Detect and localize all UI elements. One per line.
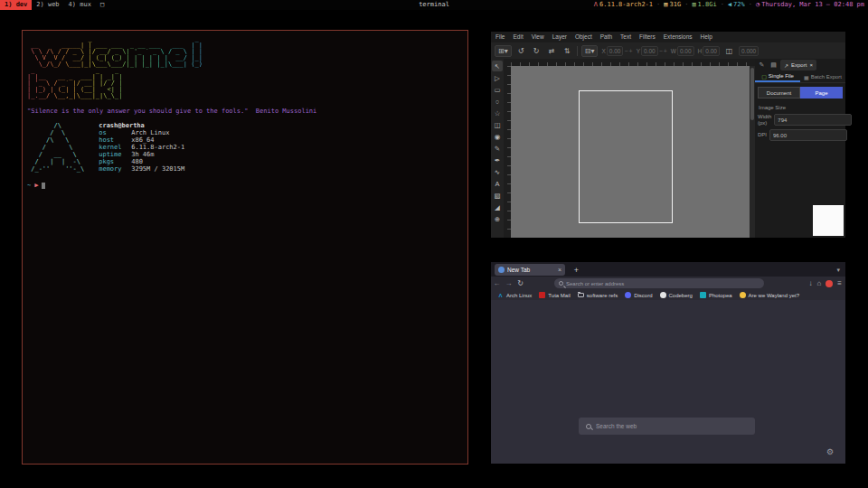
calligraphy-tool-icon[interactable]: ∿ <box>492 166 503 177</box>
menu-view[interactable]: View <box>532 32 544 42</box>
page-button[interactable]: Page <box>800 87 843 99</box>
url-input[interactable] <box>566 281 760 286</box>
web-search-box[interactable] <box>579 418 755 435</box>
vertical-ruler <box>504 66 511 238</box>
menu-file[interactable]: File <box>495 32 505 42</box>
export-tab-icon: ↗ <box>784 62 788 69</box>
batch-export-icon: ▦ <box>804 74 809 80</box>
ellipse-tool-icon[interactable]: ○ <box>492 96 503 107</box>
menu-extensions[interactable]: Extensions <box>664 32 693 42</box>
menu-edit[interactable]: Edit <box>513 32 523 42</box>
list-tabs-chevron-icon[interactable]: ▾ <box>836 264 840 276</box>
menu-filters[interactable]: Filters <box>639 32 656 42</box>
selection-mode-dropdown[interactable]: ⊞▾ <box>495 45 512 57</box>
x-coordinate-field[interactable]: 0.00 <box>607 46 624 56</box>
bookmark-are-we-wayland-yet[interactable]: Are we Wayland yet? <box>740 292 799 298</box>
search-icon <box>559 281 563 286</box>
menu-hamburger-icon[interactable]: ≡ <box>837 279 842 287</box>
zoom-tool-icon[interactable]: ⊕ <box>492 213 503 224</box>
y-plus-button[interactable]: + <box>664 48 667 54</box>
dpi-label: DPI <box>758 132 767 138</box>
menu-object[interactable]: Object <box>575 32 592 42</box>
new-tab-button[interactable]: + <box>571 264 582 276</box>
star-tool-icon[interactable]: ☆ <box>492 108 503 118</box>
new-tab-page: ⚙ <box>491 300 845 464</box>
edit-dock-icon[interactable]: ✎ <box>757 61 767 70</box>
search-icon <box>586 424 591 429</box>
pencil-tool-icon[interactable]: ✎ <box>492 143 503 154</box>
volume-icon: ◀ <box>728 0 731 10</box>
forward-button[interactable]: → <box>503 279 514 287</box>
y-minus-button[interactable]: − <box>659 48 663 54</box>
volume-level: 72% <box>733 0 745 10</box>
memory-usage: 1.8Gi <box>698 0 717 10</box>
menu-text[interactable]: Text <box>620 32 631 42</box>
export-mode-tabs: ▢ Single File ▦ Batch Export <box>755 71 845 83</box>
box3d-tool-icon[interactable]: ◫ <box>492 119 503 130</box>
text-tool-icon[interactable]: A <box>492 178 503 189</box>
terminal-window[interactable]: _ _ __ _____| | ___ ___ _ __ ___ ___ | |… <box>22 30 468 465</box>
scrollbar-thumb[interactable] <box>750 68 754 120</box>
selector-tool-icon[interactable]: ↖ <box>492 61 503 71</box>
home-icon[interactable]: ⌂ <box>816 279 821 287</box>
tab-batch-export[interactable]: ▦ Batch Export <box>800 71 845 82</box>
tab-single-file[interactable]: ▢ Single File <box>755 71 800 82</box>
export-panel: ✎ ▤ ↗ Export × ▢ Single File ▦ Ba <box>755 59 845 238</box>
y-coordinate-field[interactable]: 0.00 <box>641 46 658 56</box>
export-dock-tab[interactable]: ↗ Export × <box>780 60 816 70</box>
downloads-icon[interactable]: ↓ <box>808 279 812 287</box>
menu-layer[interactable]: Layer <box>552 32 567 42</box>
datetime: Thursday, Mar 13 — 02:48 pm <box>761 0 864 10</box>
shell-prompt[interactable]: ~ ▶ <box>27 182 464 189</box>
bookmark-tuta-mail[interactable]: Tuta Mail <box>539 292 570 298</box>
ruler-corner <box>504 59 511 66</box>
rotate-ccw-icon[interactable]: ↺ <box>515 45 527 57</box>
discord-favicon-icon <box>625 292 631 298</box>
width-coordinate-field[interactable]: 0.00 <box>677 46 694 56</box>
bookmark-photopea[interactable]: Photopea <box>700 292 732 298</box>
disk-usage: 31G <box>670 0 682 10</box>
zoom-value-field[interactable]: 0.000 <box>739 46 759 56</box>
tab-close-icon[interactable]: × <box>558 267 561 273</box>
document-button[interactable]: Document <box>758 87 800 99</box>
bookmark-software-refs[interactable]: software refs <box>578 293 618 298</box>
bookmark-discord[interactable]: Discord <box>625 292 652 298</box>
close-export-tab-icon[interactable]: × <box>809 62 813 68</box>
export-dpi-input[interactable] <box>769 129 847 141</box>
reload-button[interactable]: ↻ <box>514 279 526 287</box>
image-size-label: Image Size <box>755 102 845 112</box>
rect-tool-icon[interactable]: ▭ <box>492 84 503 95</box>
back-button[interactable]: ← <box>491 279 503 287</box>
align-dropdown[interactable]: ⊟▾ <box>581 45 599 57</box>
node-tool-icon[interactable]: ▷ <box>492 72 503 83</box>
inkscape-canvas[interactable] <box>511 66 750 238</box>
scale-stroke-icon[interactable]: ◫ <box>723 45 735 57</box>
ascii-banner: _ _ __ _____| | ___ ___ _ __ ___ ___ | |… <box>27 36 464 99</box>
cursor <box>42 183 45 189</box>
menu-help[interactable]: Help <box>701 32 712 42</box>
navbar-right-icons: ↓ ⌂ ≡ <box>808 277 842 290</box>
browser-tab-new-tab[interactable]: New Tab × <box>495 264 565 276</box>
x-plus-button[interactable]: + <box>629 48 633 54</box>
web-search-input[interactable] <box>596 423 748 429</box>
page-settings-gear-icon[interactable]: ⚙ <box>826 447 834 456</box>
bookmarks-bar: ΛArch Linux Tuta Mail software refs Disc… <box>491 290 845 300</box>
disk-icon: ▤ <box>664 0 667 10</box>
bookmark-codeberg[interactable]: Codeberg <box>660 292 693 298</box>
export-width-input[interactable] <box>774 114 852 126</box>
flip-horizontal-icon[interactable]: ⇄ <box>546 45 558 57</box>
bookmark-arch-linux[interactable]: ΛArch Linux <box>497 292 532 298</box>
pen-tool-icon[interactable]: ✒ <box>492 155 503 165</box>
url-bar[interactable] <box>554 278 764 288</box>
wayland-favicon-icon <box>740 292 746 298</box>
rotate-cw-icon[interactable]: ↻ <box>531 45 542 57</box>
dropper-tool-icon[interactable]: ◢ <box>492 202 503 212</box>
x-minus-button[interactable]: − <box>624 48 627 54</box>
menu-path[interactable]: Path <box>600 32 612 42</box>
adblock-extension-icon[interactable] <box>826 280 833 287</box>
flip-vertical-icon[interactable]: ⇅ <box>561 45 573 57</box>
height-coordinate-field[interactable]: 0.00 <box>703 46 720 56</box>
gradient-tool-icon[interactable]: ▧ <box>492 190 503 201</box>
layers-dock-icon[interactable]: ▤ <box>769 61 778 70</box>
spiral-tool-icon[interactable]: ◉ <box>492 131 503 142</box>
